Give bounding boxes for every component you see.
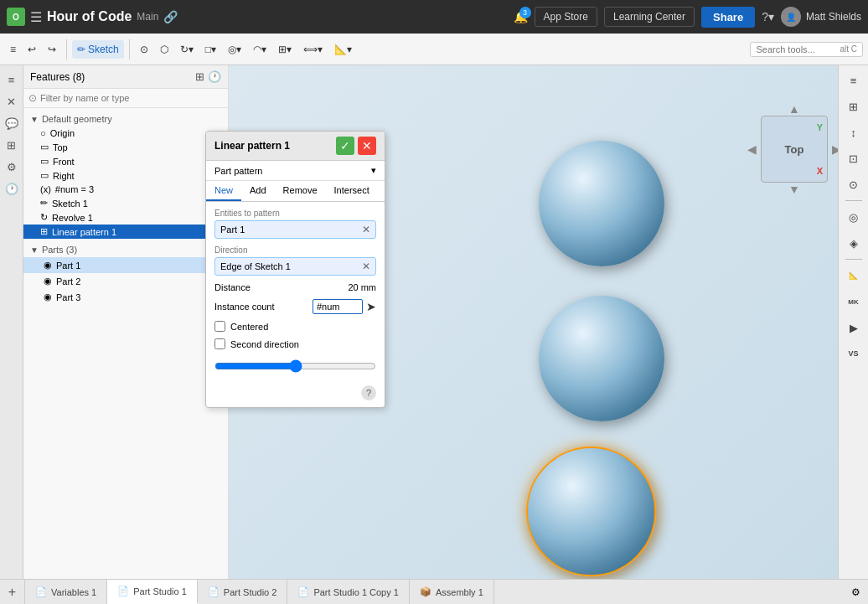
appstore-button[interactable]: App Store <box>535 7 597 27</box>
search-tools-input[interactable] <box>756 44 840 54</box>
tree-item-top[interactable]: ▭ Top <box>23 140 228 154</box>
tree-item-variable[interactable]: (x) #num = 3 <box>23 183 228 196</box>
tool-shape-btn[interactable]: □▾ <box>200 40 221 59</box>
rp-resize-btn[interactable]: ↕ <box>842 121 865 144</box>
features-list-btn[interactable]: ≡ <box>5 40 21 59</box>
left-icon-comments[interactable]: 💬 <box>3 114 21 132</box>
tree-item-right[interactable]: ▭ Right <box>23 168 228 183</box>
tree-item-sketch1[interactable]: ✏ Sketch 1 <box>23 196 228 210</box>
undo-btn[interactable]: ↩ <box>23 40 41 59</box>
tab-add[interactable]: Add <box>241 181 275 201</box>
variable-label: #num = 3 <box>55 184 94 194</box>
tab-partstudio1[interactable]: 📄 Part Studio 1 <box>107 580 198 604</box>
tab-variables1-icon: 📄 <box>35 586 47 597</box>
instance-input-area: ➤ <box>313 299 376 314</box>
dialog-cancel-button[interactable]: ✕ <box>358 137 376 155</box>
nav-up-arrow[interactable]: ▲ <box>788 102 800 116</box>
pattern1-icon: ⊞ <box>40 226 48 237</box>
help-icon[interactable]: ? <box>361 385 376 400</box>
notifications-button[interactable]: 🔔 3 <box>514 10 528 23</box>
rp-cube-btn[interactable]: ⊡ <box>842 147 865 170</box>
rp-circle-btn[interactable]: ⊙ <box>842 173 865 196</box>
rp-play-btn[interactable]: ▶ <box>842 316 865 339</box>
direction-clear-button[interactable]: ✕ <box>362 261 370 272</box>
tab-new[interactable]: New <box>206 181 241 201</box>
tab-partstudio1copy1[interactable]: 📄 Part Studio 1 Copy 1 <box>287 580 410 604</box>
section-label: Default geometry <box>42 114 112 124</box>
default-geometry-header[interactable]: ▼ Default geometry <box>23 111 228 126</box>
user-menu[interactable]: 👤 Matt Shields <box>781 7 861 27</box>
sidebar-icon-list[interactable]: ⊞ <box>195 70 204 83</box>
tool-pattern-btn[interactable]: ⊞▾ <box>273 40 297 59</box>
sphere-2 <box>539 296 664 421</box>
tool-3d-btn[interactable]: ⊙ <box>135 40 153 59</box>
user-avatar: 👤 <box>781 7 801 27</box>
rp-mk-btn[interactable]: MK <box>842 290 865 313</box>
rp-lines-btn[interactable]: ≡ <box>842 69 865 92</box>
entities-clear-button[interactable]: ✕ <box>362 224 370 235</box>
left-icon-mates[interactable]: ⊞ <box>3 136 21 154</box>
tab-intersect[interactable]: Intersect <box>326 181 378 201</box>
tool-measure-btn[interactable]: 📐▾ <box>329 40 357 59</box>
tool-fillet-btn[interactable]: ◠▾ <box>248 40 271 59</box>
tab-partstudio2[interactable]: 📄 Part Studio 2 <box>198 580 288 604</box>
rp-filter-btn[interactable]: ◈ <box>842 231 865 255</box>
dialog-ok-button[interactable]: ✓ <box>336 137 354 155</box>
instance-arrow-icon[interactable]: ➤ <box>366 300 376 313</box>
tab-add-button[interactable]: + <box>0 580 25 604</box>
sidebar-icon-clock[interactable]: 🕐 <box>208 70 221 83</box>
rp-grid-btn[interactable]: ⊞ <box>842 95 865 118</box>
tab-assembly1[interactable]: 📦 Assembly 1 <box>410 580 494 604</box>
tool-extrude-btn[interactable]: ⬡ <box>155 40 173 59</box>
dialog-pattern-type-dropdown[interactable]: Part pattern ▾ <box>206 161 385 181</box>
parts-item-1[interactable]: ◉ Part 1 <box>23 257 228 273</box>
filter-input[interactable] <box>40 93 223 103</box>
left-icon-features[interactable]: ≡ <box>3 70 21 89</box>
tool-mirror-btn[interactable]: ⟺▾ <box>298 40 328 59</box>
tab-remove[interactable]: Remove <box>275 181 326 201</box>
parts-item-2[interactable]: ◉ Part 2 <box>23 273 228 289</box>
tool-revolve-btn[interactable]: ↻▾ <box>175 40 199 59</box>
share-button[interactable]: Share <box>701 7 755 28</box>
tree-item-origin[interactable]: ○ Origin <box>23 126 228 140</box>
right-label: Right <box>53 171 75 181</box>
left-icon-config[interactable]: ⚙ <box>3 157 21 176</box>
left-icon-variables[interactable]: ✕ <box>3 92 21 111</box>
tree-item-pattern1[interactable]: ⊞ Linear pattern 1 <box>23 225 228 239</box>
hamburger-icon[interactable]: ☰ <box>30 9 42 25</box>
bottom-tabs: + 📄 Variables 1 📄 Part Studio 1 📄 Part S… <box>0 579 868 604</box>
sketch-btn[interactable]: ✏ Sketch <box>72 40 124 59</box>
rp-vs-btn[interactable]: VS <box>842 342 865 365</box>
expand-icon: ▼ <box>30 115 39 124</box>
bottom-settings-btn[interactable]: ⚙ <box>843 580 868 604</box>
entities-field: Entities to pattern Part 1 ✕ <box>214 209 376 239</box>
tab-partstudio2-icon: 📄 <box>208 586 220 597</box>
direction-value-field: Edge of Sketch 1 ✕ <box>214 257 376 276</box>
centered-checkbox[interactable] <box>214 321 225 332</box>
instance-input[interactable] <box>313 299 363 314</box>
tool-bool-btn[interactable]: ◎▾ <box>223 40 246 59</box>
onshape-logo[interactable]: O <box>7 8 25 26</box>
part1-label: Part 1 <box>56 261 80 271</box>
help-button[interactable]: ?▾ <box>762 10 774 23</box>
left-icon-history[interactable]: 🕐 <box>3 179 21 198</box>
second-direction-checkbox[interactable] <box>214 338 225 349</box>
dropdown-arrow-icon: ▾ <box>371 165 376 176</box>
nav-left-arrow[interactable]: ◀ <box>747 142 757 156</box>
slider-input[interactable] <box>214 359 376 373</box>
sidebar-header-icons: ⊞ 🕐 <box>195 70 221 83</box>
learning-button[interactable]: Learning Center <box>604 7 695 27</box>
parts-item-3[interactable]: ◉ Part 3 <box>23 289 228 305</box>
parts-header[interactable]: ▼ Parts (3) <box>23 242 228 257</box>
view-cube-face-top[interactable]: Y X Top <box>761 116 828 183</box>
redo-btn[interactable]: ↪ <box>43 40 61 59</box>
tree-item-front[interactable]: ▭ Front <box>23 154 228 168</box>
view-cube[interactable]: ▲ ▼ ◀ ▶ Y X Top <box>761 116 828 183</box>
nav-down-arrow[interactable]: ▼ <box>788 183 800 196</box>
entities-label: Entities to pattern <box>214 209 376 218</box>
tree-item-revolve1[interactable]: ↻ Revolve 1 <box>23 210 228 225</box>
rp-scene-btn[interactable]: ◎ <box>842 205 865 229</box>
nav-right-arrow[interactable]: ▶ <box>832 142 838 156</box>
rp-measure-btn[interactable]: 📐 <box>842 264 865 287</box>
tab-variables1[interactable]: 📄 Variables 1 <box>25 580 107 604</box>
